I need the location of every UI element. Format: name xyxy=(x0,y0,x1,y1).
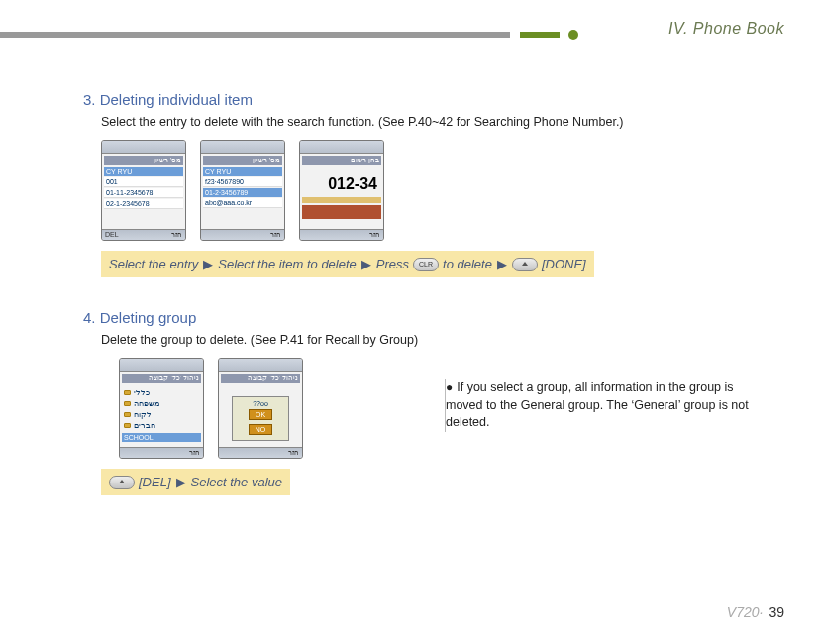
bullet-icon: ● xyxy=(446,380,453,394)
section4-intro: Delete the group to delete. (See P.41 fo… xyxy=(101,332,757,348)
phone-decoration xyxy=(302,197,381,203)
header-green-segment xyxy=(520,32,560,38)
section4-title: 4. Deleting group xyxy=(83,309,757,326)
phone-row: 01-11-2345678 xyxy=(104,188,183,198)
page-number: 39 xyxy=(769,604,784,620)
phone-screenshot-delete-confirm: בחן רשום 012-34 חזר xyxy=(299,140,384,241)
triangle-icon: ▶ xyxy=(176,475,186,489)
header-green-dot xyxy=(568,30,578,40)
step-text: Select the item to delete xyxy=(218,257,356,271)
phone-row: 001 xyxy=(104,177,183,187)
triangle-icon: ▶ xyxy=(203,257,213,271)
softkey-left: DEL xyxy=(105,231,119,241)
section3-intro: Select the entry to delete with the sear… xyxy=(101,114,717,130)
dialog-ok-button: OK xyxy=(249,409,272,420)
phone-statusbar xyxy=(201,141,284,154)
step-text: Select the value xyxy=(191,475,283,489)
step-text: to delete xyxy=(443,257,492,271)
phone-selected-row: 01-2·3456789 xyxy=(203,188,282,197)
clr-key-icon xyxy=(413,258,439,271)
phone-title: בחן רשום xyxy=(302,156,381,165)
phone-softkeys: חזר xyxy=(219,447,302,459)
phone-screenshot-item-detail: מס' רשיון CY RYU f23·4567890 01-2·345678… xyxy=(200,140,285,241)
step-text: [DEL] xyxy=(139,475,171,489)
softkey-icon xyxy=(109,476,135,489)
phone-title: ניהול 'כל' קבוצה xyxy=(122,374,201,383)
model-label: V720· xyxy=(727,604,764,620)
section3-phone-screenshots: מס' רשיון CY RYU 001 01-11-2345678 02-1-… xyxy=(101,140,717,241)
phone-softkeys: חזר xyxy=(201,229,284,241)
phone-softkeys: חזר xyxy=(300,229,383,241)
phone-selected-row: CY RYU xyxy=(203,167,282,176)
softkey-right: חזר xyxy=(270,231,281,241)
phone-statusbar xyxy=(102,141,185,154)
folder-icon xyxy=(124,401,131,406)
phone-row: abc@aaa.co.kr xyxy=(203,198,282,208)
phone-title: מס' רשיון xyxy=(104,156,183,165)
phone-screenshot-delete-dialog: ניהול 'כל' קבוצה ??oo OK NO חזר xyxy=(218,358,303,459)
phone-row: 02-1-2345678 xyxy=(104,199,183,209)
phone-statusbar xyxy=(300,141,383,154)
phone-statusbar xyxy=(219,359,302,372)
softkey-right: חזר xyxy=(189,449,200,459)
list-item: משפחה xyxy=(134,399,159,408)
phone-selected-row: SCHOOL xyxy=(122,433,201,442)
phone-selected-row: CY RYU xyxy=(104,167,183,176)
section3-title: 3. Deleting individual item xyxy=(83,91,717,108)
softkey-right: חזר xyxy=(171,231,182,241)
confirm-dialog: ??oo OK NO xyxy=(232,396,290,441)
note-text: If you select a group, all information i… xyxy=(446,380,749,429)
page-footer: V720· 39 xyxy=(727,604,784,620)
softkey-right: חזר xyxy=(369,231,380,241)
chapter-title: IV. Phone Book xyxy=(668,20,784,38)
softkey-icon xyxy=(512,258,538,271)
phone-title: ניהול 'כל' קבוצה xyxy=(221,374,300,383)
step-text: Press xyxy=(376,257,409,271)
phone-statusbar xyxy=(120,359,203,372)
section4-note: ●If you select a group, all information … xyxy=(445,379,771,432)
step-text: Select the entry xyxy=(109,257,198,271)
softkey-right: חזר xyxy=(288,449,299,459)
list-item: כללי xyxy=(134,388,150,397)
section3-step-highlight: Select the entry ▶ Select the item to de… xyxy=(101,251,594,277)
phone-number-display: 012-34 xyxy=(302,167,381,193)
phone-title: מס' רשיון xyxy=(203,156,282,165)
dialog-no-button: NO xyxy=(249,424,273,435)
folder-icon xyxy=(124,423,131,428)
step-text: [DONE] xyxy=(542,257,586,271)
phone-screenshot-entry-list: מס' רשיון CY RYU 001 01-11-2345678 02-1-… xyxy=(101,140,186,241)
folder-icon xyxy=(124,390,131,395)
triangle-icon: ▶ xyxy=(497,257,507,271)
list-item: חברים xyxy=(134,421,155,430)
section-deleting-group: 4. Deleting group Delete the group to de… xyxy=(83,309,757,495)
section-deleting-individual-item: 3. Deleting individual item Select the e… xyxy=(83,91,717,277)
phone-row: f23·4567890 xyxy=(203,177,282,187)
triangle-icon: ▶ xyxy=(361,257,371,271)
section4-step-highlight: [DEL] ▶ Select the value xyxy=(101,469,290,495)
folder-icon xyxy=(124,412,131,417)
dialog-text: ??oo xyxy=(236,400,286,407)
header-gray-line xyxy=(0,32,510,38)
phone-softkeys: חזר xyxy=(120,447,203,459)
list-item: לקוח xyxy=(134,410,152,419)
group-list: כללי משפחה לקוח חברים xyxy=(122,385,201,433)
phone-softkeys: DEL חזר xyxy=(102,229,185,241)
phone-decoration xyxy=(302,205,381,219)
phone-screenshot-group-list: ניהול 'כל' קבוצה כללי משפחה לקוח חברים S… xyxy=(119,358,204,459)
